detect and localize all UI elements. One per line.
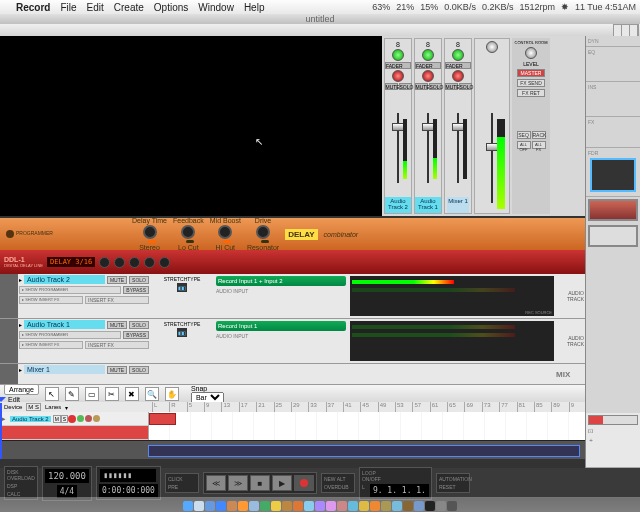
drive-knob[interactable]	[256, 225, 270, 239]
dock-app-icon[interactable]	[326, 501, 336, 511]
eq-knob-icon[interactable]	[452, 49, 464, 61]
feedback-knob[interactable]	[181, 225, 195, 239]
menu-window[interactable]: Window	[198, 2, 234, 13]
ddl1-device[interactable]: DDL-1DIGITAL DELAY LINE DELAY 3/16	[0, 250, 586, 274]
eq-knob-icon[interactable]	[422, 49, 434, 61]
record-arm-icon[interactable]	[68, 415, 76, 423]
ddl-knob[interactable]	[129, 257, 140, 268]
menu-file[interactable]: File	[60, 2, 76, 13]
dock-app-icon[interactable]	[337, 501, 347, 511]
dock-app-icon[interactable]	[315, 501, 325, 511]
eraser-tool-icon[interactable]: ▭	[85, 387, 99, 401]
channel-label[interactable]: Audio Track 2	[385, 197, 411, 213]
monitor-knob-icon[interactable]	[525, 47, 537, 59]
loop-scrollbar[interactable]	[0, 440, 586, 459]
mixer-nav-thumb[interactable]	[590, 158, 636, 192]
dock-app-icon[interactable]	[271, 501, 281, 511]
status-r1: 15%	[420, 2, 438, 12]
song-navigator[interactable]	[148, 445, 580, 457]
mixer-channel-track2[interactable]: 8FADERMUTESOLO Audio Track 2	[384, 38, 412, 214]
magnify-tool-icon[interactable]: 🔍	[145, 387, 159, 401]
seq-lane-row[interactable]	[0, 426, 148, 440]
clock[interactable]: 11 Tue 4:51AM	[575, 2, 636, 12]
wifi-icon[interactable]: ✸	[561, 2, 569, 12]
dock-app-icon[interactable]	[293, 501, 303, 511]
mixer-channel-mix[interactable]: 8FADERMUTESOLO Mixer 1	[444, 38, 472, 214]
channel-label[interactable]: Audio Track 1	[415, 197, 441, 213]
dock-app-icon[interactable]	[359, 501, 369, 511]
dock-app-icon[interactable]	[260, 501, 270, 511]
audio-clip[interactable]	[149, 413, 176, 425]
dock-app-icon[interactable]	[183, 501, 193, 511]
dock-app-icon[interactable]	[403, 501, 413, 511]
pan-knob-icon[interactable]	[392, 70, 404, 82]
channel-label[interactable]: Mixer 1	[447, 197, 469, 213]
pan-knob-icon[interactable]	[422, 70, 434, 82]
dock-app-icon[interactable]	[216, 501, 226, 511]
rack-nav-thumb[interactable]	[588, 225, 638, 247]
mixer-master[interactable]	[474, 38, 510, 214]
razor-tool-icon[interactable]: ✂	[105, 387, 119, 401]
macos-dock[interactable]	[0, 497, 640, 512]
level-knob-icon[interactable]	[486, 41, 498, 53]
menu-edit[interactable]: Edit	[87, 2, 104, 13]
midboost-knob[interactable]	[218, 225, 232, 239]
stop-button[interactable]: ■	[250, 475, 270, 491]
pointer-tool-icon[interactable]: ↖	[45, 387, 59, 401]
record-button[interactable]	[294, 475, 314, 491]
dock-app-icon[interactable]	[392, 501, 402, 511]
zoom-fit-icon[interactable]: ⊡	[588, 427, 638, 434]
dock-app-icon[interactable]	[447, 501, 457, 511]
forward-button[interactable]: ≫	[228, 475, 248, 491]
playhead[interactable]	[0, 403, 2, 459]
dock-app-icon[interactable]	[436, 501, 446, 511]
expand-icon[interactable]: ▸	[2, 415, 10, 423]
record-input-select[interactable]: Record Input 1	[216, 321, 346, 331]
dock-app-icon[interactable]	[194, 501, 204, 511]
position-display[interactable]: 0:00:00:000	[99, 484, 158, 497]
monitor-icon[interactable]	[77, 415, 84, 422]
app-name[interactable]: Record	[16, 2, 50, 13]
tempo-display[interactable]: 120.000	[45, 469, 89, 483]
mixer-channel-track1[interactable]: 8FADERMUTESOLO Audio Track 1	[414, 38, 442, 214]
dock-app-icon[interactable]	[238, 501, 248, 511]
menu-help[interactable]: Help	[244, 2, 265, 13]
seq-track-row[interactable]: ▸ Audio Track 2 MS	[0, 412, 148, 426]
pencil-tool-icon[interactable]: ✎	[65, 387, 79, 401]
dock-app-icon[interactable]	[304, 501, 314, 511]
arrangement-area[interactable]	[149, 412, 586, 440]
ddl-knob[interactable]	[99, 257, 110, 268]
transport-bar: DISK OVERLOAD DSP CALC 120.000 4/4 ▮▮▮▮▮…	[0, 468, 640, 498]
rack-empty-area[interactable]: ↖	[0, 36, 382, 216]
dock-app-icon[interactable]	[381, 501, 391, 511]
dock-app-icon[interactable]	[249, 501, 259, 511]
ddl-knob[interactable]	[144, 257, 155, 268]
menu-options[interactable]: Options	[154, 2, 188, 13]
ddl-knob[interactable]	[159, 257, 170, 268]
play-button[interactable]: ▶	[272, 475, 292, 491]
dock-app-icon[interactable]	[205, 501, 215, 511]
eq-knob-icon[interactable]	[392, 49, 404, 61]
timesig-display[interactable]: 4/4	[57, 485, 77, 498]
tab-arrange[interactable]: Arrange	[4, 384, 39, 395]
rack-nav-thumb[interactable]	[588, 199, 638, 221]
hand-tool-icon[interactable]: ✋	[165, 387, 179, 401]
lane-add-icon[interactable]: ▾	[65, 404, 68, 411]
dock-app-icon[interactable]	[425, 501, 435, 511]
combinator-delay[interactable]: PROGRAMMER Delay TimeStereo FeedbackLo C…	[0, 218, 586, 250]
delay-time-knob[interactable]	[143, 225, 157, 239]
menu-create[interactable]: Create	[114, 2, 144, 13]
record-input-select[interactable]: Record Input 1 + Input 2	[216, 276, 346, 286]
dock-app-icon[interactable]	[227, 501, 237, 511]
pan-knob-icon[interactable]	[452, 70, 464, 82]
song-overview[interactable]	[588, 415, 638, 425]
dock-app-icon[interactable]	[414, 501, 424, 511]
mute-tool-icon[interactable]: ✖	[125, 387, 139, 401]
dock-app-icon[interactable]	[370, 501, 380, 511]
bar-ruler[interactable]: Device M S Lanes ▾ LR5913172125293337414…	[0, 402, 586, 412]
dock-app-icon[interactable]	[348, 501, 358, 511]
zoom-in-icon[interactable]: ＋	[588, 436, 638, 445]
dock-app-icon[interactable]	[282, 501, 292, 511]
rewind-button[interactable]: ≪	[206, 475, 226, 491]
ddl-knob[interactable]	[114, 257, 125, 268]
